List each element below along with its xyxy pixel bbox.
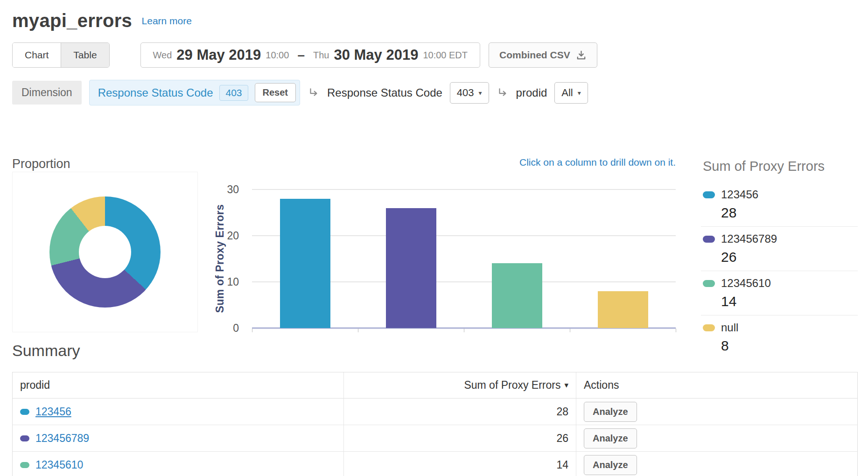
value-cell: 26 xyxy=(343,425,576,451)
row-color-chip xyxy=(20,462,29,468)
start-date: 29 May 2019 xyxy=(176,47,261,63)
learn-more-link[interactable]: Learn more xyxy=(142,15,192,26)
drilldown-2-select[interactable]: All ▾ xyxy=(554,82,588,104)
chart-view-button[interactable]: Chart xyxy=(13,43,61,67)
y-tick-label-30: 30 xyxy=(227,183,239,196)
legend-entry-value: 14 xyxy=(721,294,858,309)
bar-null[interactable] xyxy=(598,291,648,328)
legend-color-chip xyxy=(703,324,715,331)
chevron-down-icon: ▾ xyxy=(578,89,581,97)
toolbar: Chart Table Wed 29 May 2019 10:00 – Thu … xyxy=(12,42,868,68)
proportion-donut-card xyxy=(12,172,198,332)
x-tick xyxy=(464,329,464,332)
analyze-button[interactable]: Analyze xyxy=(584,428,637,448)
drilldown-arrow-icon xyxy=(497,87,509,99)
date-range-picker[interactable]: Wed 29 May 2019 10:00 – Thu 30 May 2019 … xyxy=(140,42,480,68)
x-tick xyxy=(252,329,252,332)
legend-name-row: 12345610 xyxy=(703,277,858,290)
row-color-chip xyxy=(20,409,29,415)
legend-entry-value: 8 xyxy=(721,338,858,354)
drilldown-1-value: 403 xyxy=(457,87,474,99)
chart-legend: Sum of Proxy Errors 12345628123456789261… xyxy=(701,159,858,359)
x-axis-ticks xyxy=(252,328,676,332)
x-tick xyxy=(570,329,570,332)
prodid-link[interactable]: 12345610 xyxy=(35,459,83,471)
drilldown-1-label: Response Status Code xyxy=(327,86,442,99)
reset-filter-button[interactable]: Reset xyxy=(255,83,296,102)
start-time: 10:00 xyxy=(266,50,289,61)
drilldown-hint[interactable]: Click on a column to drill down on it. xyxy=(519,157,676,168)
y-axis-ticks: 0102030 xyxy=(216,189,245,328)
chevron-down-icon: ▾ xyxy=(479,89,482,97)
end-time: 10:00 EDT xyxy=(423,50,468,61)
legend-name-row: 123456789 xyxy=(703,232,858,245)
value-cell: 14 xyxy=(343,452,576,476)
analyze-button[interactable]: Analyze xyxy=(584,402,637,422)
summary-title: Summary xyxy=(12,342,80,360)
value-cell: 28 xyxy=(343,399,576,425)
table-view-button[interactable]: Table xyxy=(61,43,109,67)
legend-name-row: 123456 xyxy=(703,188,858,201)
legend-entry: 1234561014 xyxy=(701,271,858,315)
prodid-link[interactable]: 123456789 xyxy=(35,432,89,445)
column-header-actions: Actions xyxy=(576,372,857,398)
table-body: 12345628Analyze12345678926Analyze1234561… xyxy=(13,399,857,476)
page-title: myapi_errors xyxy=(12,10,132,31)
filter-bar: Dimension Response Status Code 403 Reset… xyxy=(12,80,868,105)
legend-color-chip xyxy=(703,280,715,287)
date-range-separator: – xyxy=(297,48,305,63)
legend-entry-value: 26 xyxy=(721,249,858,265)
start-day: Wed xyxy=(153,50,172,61)
table-row: 12345678926Analyze xyxy=(13,425,857,452)
legend-entry: null8 xyxy=(701,315,858,359)
end-day: Thu xyxy=(313,50,329,61)
prodid-cell: 123456789 xyxy=(13,425,343,451)
legend-color-chip xyxy=(703,236,715,243)
drilldown-arrow-icon xyxy=(308,87,320,99)
drilldown-1-select[interactable]: 403 ▾ xyxy=(450,82,489,104)
drilldown-2-label: prodid xyxy=(516,86,547,99)
summary-table: prodid Sum of Proxy Errors ▾ Actions 123… xyxy=(12,372,858,476)
bar-12345610[interactable] xyxy=(492,263,542,328)
bar-slot xyxy=(570,189,676,328)
bar-123456[interactable] xyxy=(280,199,330,328)
legend-color-chip xyxy=(703,191,715,198)
view-toggle: Chart Table xyxy=(12,42,110,68)
column-header-value-label: Sum of Proxy Errors xyxy=(464,379,560,392)
legend-entry: 12345628 xyxy=(701,182,858,227)
dimension-label: Dimension xyxy=(12,81,82,105)
sort-desc-icon: ▾ xyxy=(564,380,568,390)
legend-entry-label: 12345610 xyxy=(721,277,771,290)
legend-entries: 12345628123456789261234561014null8 xyxy=(701,182,858,359)
y-tick-label-20: 20 xyxy=(227,230,239,242)
legend-entry-label: 123456 xyxy=(721,188,758,201)
x-tick xyxy=(358,329,358,332)
download-icon xyxy=(576,50,587,61)
proportion-label: Proportion xyxy=(12,157,70,171)
combined-csv-button[interactable]: Combined CSV xyxy=(489,42,597,68)
active-filter-chip: Response Status Code 403 Reset xyxy=(89,80,300,105)
table-row: 1234561014Analyze xyxy=(13,452,857,476)
legend-name-row: null xyxy=(703,321,858,334)
actions-cell: Analyze xyxy=(576,425,857,451)
bar-123456789[interactable] xyxy=(386,208,436,328)
column-header-prodid[interactable]: prodid xyxy=(13,372,343,398)
prodid-link[interactable]: 123456 xyxy=(35,406,71,418)
prodid-cell: 123456 xyxy=(13,399,343,425)
table-header-row: prodid Sum of Proxy Errors ▾ Actions xyxy=(13,372,857,399)
bar-chart xyxy=(252,189,676,328)
bar-slot xyxy=(464,189,570,328)
filter-chip-value: 403 xyxy=(219,85,248,101)
filter-chip-label: Response Status Code xyxy=(98,86,213,99)
actions-cell: Analyze xyxy=(576,452,857,476)
column-header-value[interactable]: Sum of Proxy Errors ▾ xyxy=(343,372,576,398)
x-tick xyxy=(676,329,676,332)
prodid-cell: 12345610 xyxy=(13,452,343,476)
y-tick-label-0: 0 xyxy=(233,322,239,335)
bar-slot xyxy=(358,189,464,328)
analyze-button[interactable]: Analyze xyxy=(584,455,637,475)
legend-entry-label: null xyxy=(721,321,738,334)
donut-chart[interactable] xyxy=(49,196,161,308)
legend-entry: 12345678926 xyxy=(701,227,858,271)
bar-series xyxy=(252,189,676,328)
